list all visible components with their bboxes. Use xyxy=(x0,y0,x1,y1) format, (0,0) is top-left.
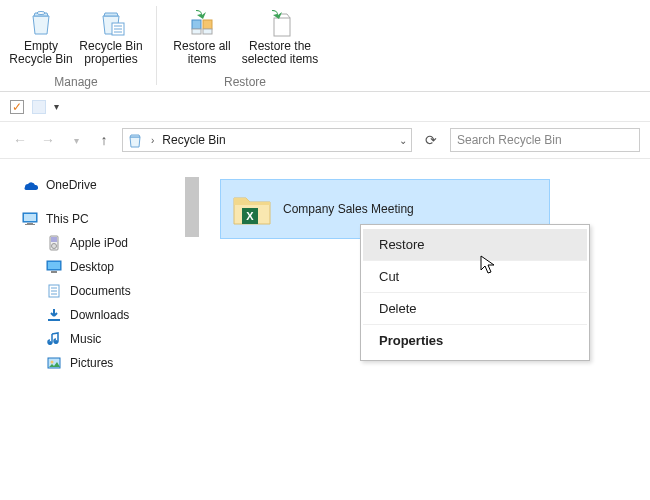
history-dropdown[interactable]: ▾ xyxy=(66,130,86,150)
svg-text:X: X xyxy=(246,210,254,222)
svg-rect-7 xyxy=(192,29,201,34)
recycle-bin-properties-button[interactable]: Recycle Bin properties xyxy=(76,4,146,68)
sidebar-item-music[interactable]: Music xyxy=(20,327,190,351)
svg-rect-15 xyxy=(51,237,57,242)
recycle-bin-icon xyxy=(127,132,143,148)
svg-rect-24 xyxy=(48,319,60,321)
restore-selected-icon xyxy=(264,6,296,38)
sidebar-label: Downloads xyxy=(70,308,129,322)
sidebar-item-pictures[interactable]: Pictures xyxy=(20,351,190,375)
svg-rect-9 xyxy=(274,18,290,36)
forward-button[interactable]: → xyxy=(38,130,58,150)
downloads-icon xyxy=(46,307,62,323)
sidebar-item-desktop[interactable]: Desktop xyxy=(20,255,190,279)
svg-rect-6 xyxy=(203,20,212,29)
recycle-bin-properties-label: Recycle Bin properties xyxy=(78,40,144,66)
svg-rect-19 xyxy=(51,271,57,273)
sidebar-label: This PC xyxy=(46,212,89,226)
qat-checkbox-icon[interactable]: ✓ xyxy=(10,100,24,114)
svg-rect-13 xyxy=(25,224,35,225)
up-button[interactable]: ↑ xyxy=(94,130,114,150)
scrollbar-thumb[interactable] xyxy=(185,177,199,237)
sidebar-label: Desktop xyxy=(70,260,114,274)
qat-dropdown-icon[interactable]: ▾ xyxy=(54,101,59,112)
sidebar-item-downloads[interactable]: Downloads xyxy=(20,303,190,327)
sidebar-scrollbar[interactable] xyxy=(184,163,200,500)
svg-rect-12 xyxy=(27,223,33,224)
documents-icon xyxy=(46,283,62,299)
svg-rect-8 xyxy=(203,29,212,34)
chevron-right-icon: › xyxy=(151,135,154,146)
recycle-bin-empty-icon xyxy=(25,6,57,38)
ctx-cut[interactable]: Cut xyxy=(363,261,587,293)
ribbon-separator xyxy=(156,6,157,85)
svg-point-16 xyxy=(52,244,57,249)
restore-all-icon xyxy=(186,6,218,38)
sidebar-item-onedrive[interactable]: OneDrive xyxy=(20,173,190,197)
sidebar-label: Apple iPod xyxy=(70,236,128,250)
sidebar-label: Music xyxy=(70,332,101,346)
onedrive-icon xyxy=(22,177,38,193)
navigation-bar: ← → ▾ ↑ › Recycle Bin ⌄ ⟳ Search Recycle… xyxy=(0,122,650,159)
ribbon-group-restore-title: Restore xyxy=(224,75,266,89)
sidebar-item-ipod[interactable]: Apple iPod xyxy=(20,231,190,255)
restore-all-label: Restore all items xyxy=(169,40,235,66)
sidebar-label: OneDrive xyxy=(46,178,97,192)
file-name: Company Sales Meeting xyxy=(283,202,414,216)
qat-slot[interactable] xyxy=(32,100,46,114)
ribbon: Empty Recycle Bin Recycle Bin properties… xyxy=(0,0,650,92)
quick-access-toolbar: ✓ ▾ xyxy=(0,92,650,122)
restore-selected-label: Restore the selected items xyxy=(239,40,321,66)
ribbon-group-manage-title: Manage xyxy=(54,75,97,89)
recycle-bin-properties-icon xyxy=(95,6,127,38)
folder-excel-icon: X xyxy=(231,188,273,230)
svg-point-28 xyxy=(51,361,54,364)
search-input[interactable]: Search Recycle Bin xyxy=(450,128,640,152)
music-icon xyxy=(46,331,62,347)
sidebar-label: Pictures xyxy=(70,356,113,370)
svg-point-25 xyxy=(48,341,52,345)
chevron-down-icon[interactable]: ⌄ xyxy=(399,135,407,146)
pictures-icon xyxy=(46,355,62,371)
empty-recycle-bin-button[interactable]: Empty Recycle Bin xyxy=(6,4,76,68)
refresh-button[interactable]: ⟳ xyxy=(420,129,442,151)
ctx-restore[interactable]: Restore xyxy=(363,229,587,261)
svg-point-0 xyxy=(37,12,45,15)
restore-all-items-button[interactable]: Restore all items xyxy=(167,4,237,68)
navigation-pane: OneDrive This PC Apple iPod Desktop Docu… xyxy=(0,159,200,499)
context-menu: Restore Cut Delete Properties xyxy=(360,224,590,361)
ctx-properties[interactable]: Properties xyxy=(363,325,587,356)
sidebar-label: Documents xyxy=(70,284,131,298)
thispc-icon xyxy=(22,211,38,227)
svg-point-26 xyxy=(54,340,58,344)
ipod-icon xyxy=(46,235,62,251)
svg-rect-11 xyxy=(24,214,36,221)
breadcrumb-location[interactable]: Recycle Bin xyxy=(162,133,225,147)
ribbon-group-manage: Empty Recycle Bin Recycle Bin properties… xyxy=(0,0,152,91)
search-placeholder: Search Recycle Bin xyxy=(457,133,562,147)
empty-recycle-bin-label: Empty Recycle Bin xyxy=(8,40,74,66)
desktop-icon xyxy=(46,259,62,275)
back-button[interactable]: ← xyxy=(10,130,30,150)
svg-rect-5 xyxy=(192,20,201,29)
svg-rect-18 xyxy=(48,262,60,269)
sidebar-item-thispc[interactable]: This PC xyxy=(20,207,190,231)
address-bar[interactable]: › Recycle Bin ⌄ xyxy=(122,128,412,152)
ctx-delete[interactable]: Delete xyxy=(363,293,587,325)
restore-selected-items-button[interactable]: Restore the selected items xyxy=(237,4,323,68)
sidebar-item-documents[interactable]: Documents xyxy=(20,279,190,303)
ribbon-group-restore: Restore all items Restore the selected i… xyxy=(161,0,329,91)
